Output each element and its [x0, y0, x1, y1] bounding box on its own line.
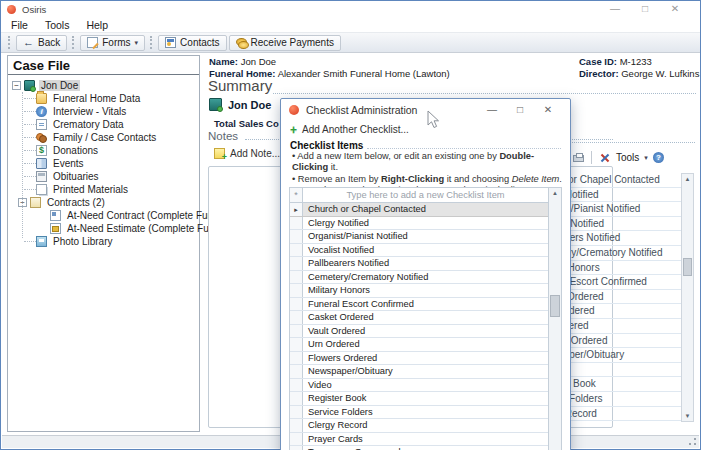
tools-button[interactable]: Tools [616, 152, 639, 163]
name-value: Jon Doe [241, 56, 276, 67]
add-another-checklist-button[interactable]: + Add Another Checklist... [290, 124, 409, 135]
tree-item-contracts-2[interactable]: −Contracts (2) [10, 196, 199, 209]
maximize-button[interactable]: □ [506, 104, 534, 115]
checklist-item-row[interactable]: Prayer Cards [290, 433, 548, 447]
add-note-button[interactable]: Add Note... [214, 148, 280, 159]
case-header-right: Case ID: M-1233 Director: George W. Lufk… [579, 56, 699, 80]
receive-payments-button[interactable]: Receive Payments [229, 35, 341, 51]
case-file-panel: Case File −Jon DoeFuneral Home DataiInte… [7, 55, 200, 432]
contacts-icon [165, 37, 176, 48]
checklist-item-label: Register Book [303, 393, 548, 403]
tree-item-funeral-home-data[interactable]: Funeral Home Data [10, 92, 199, 105]
new-item-input[interactable]: Type here to add a new Checklist Item [303, 190, 548, 200]
tree-item-label: Events [51, 158, 86, 169]
scroll-down-icon[interactable]: ▼ [682, 413, 693, 419]
back-button[interactable]: ← Back [16, 35, 67, 51]
checklist-item-row[interactable]: Cemetery/Crematory Notified [290, 271, 548, 285]
checklist-item-label: Vocalist Notified [303, 245, 548, 255]
checklist-item-label: Video [303, 380, 548, 390]
tree-item-photo-library[interactable]: Photo Library [10, 235, 199, 248]
menu-bar: FileToolsHelp [1, 17, 700, 32]
toolbar-grip[interactable] [8, 36, 11, 49]
checklist-item-row[interactable]: Service Folders [290, 406, 548, 420]
minimize-button[interactable]: — [600, 2, 630, 16]
checklist-item-row[interactable]: Temporary Grave marker [290, 446, 548, 450]
checklist-item-row[interactable]: Casket Ordered [290, 311, 548, 325]
tree-item-at-need-estimate-complete-funeral-service[interactable]: At-Need Estimate (Complete Funeral Servi… [10, 222, 199, 235]
menu-item-tools[interactable]: Tools [45, 19, 70, 31]
row-selector [290, 446, 303, 450]
case-file-header: Case File [8, 56, 199, 75]
app-icon [7, 5, 16, 14]
checklist-toolbar: Tools ▾ ? [573, 151, 664, 164]
new-item-row[interactable]: * Type here to add a new Checklist Item [290, 188, 548, 203]
menu-item-help[interactable]: Help [86, 19, 108, 31]
close-button[interactable]: ✕ [534, 104, 562, 115]
contract-icon [30, 197, 41, 208]
tree-item-crematory-data[interactable]: Crematory Data [10, 118, 199, 131]
tree-item-interview-vitals[interactable]: iInterview - Vitals [10, 105, 199, 118]
checklist-item-row[interactable]: Vocalist Notified [290, 244, 548, 258]
tree-item-family-case-contacts[interactable]: Family / Case Contacts [10, 131, 199, 144]
document-icon [50, 210, 61, 221]
forms-button[interactable]: Forms ▾ [80, 35, 145, 51]
scroll-up-icon[interactable]: ▲ [682, 176, 693, 182]
tree-item-label: Crematory Data [51, 119, 126, 130]
print-icon[interactable] [573, 155, 584, 162]
row-selector [290, 338, 303, 351]
chevron-down-icon[interactable]: ▾ [644, 154, 648, 162]
contacts-button[interactable]: Contacts [158, 35, 226, 51]
maximize-button[interactable]: □ [630, 2, 660, 16]
help-icon[interactable]: ? [653, 152, 664, 163]
dialog-items: ▸Church or Chapel ContactedClergy Notifi… [290, 203, 548, 450]
close-button[interactable]: ✕ [660, 2, 690, 16]
checklist-item-row[interactable]: Video [290, 379, 548, 393]
scrollbar-thumb[interactable] [683, 258, 692, 276]
tree-item-obituaries[interactable]: Obituaries [10, 170, 199, 183]
checklist-item-row[interactable]: Flowers Ordered [290, 352, 548, 366]
checklist-item-row[interactable]: Military Honors [290, 284, 548, 298]
dialog-app-icon [289, 105, 299, 115]
checklist-item-row[interactable]: Urn Ordered [290, 338, 548, 352]
summary-case-name: Jon Doe [228, 99, 271, 111]
tree-item-printed-materials[interactable]: Printed Materials [10, 183, 199, 196]
tree-item-events[interactable]: Events [10, 157, 199, 170]
checklist-item-row[interactable]: Register Book [290, 392, 548, 406]
notes-header: Notes [208, 130, 238, 142]
dialog-scrollbar[interactable]: ▲ [548, 188, 561, 450]
info-icon: i [36, 106, 47, 117]
tree-item-label: Contracts (2) [45, 197, 107, 208]
row-selector [290, 365, 303, 378]
checklist-item-label: Church or Chapel Contacted [303, 204, 548, 214]
checklist-item-row[interactable]: Funeral Escort Confirmed [290, 298, 548, 312]
row-selector [290, 298, 303, 311]
scroll-up-icon[interactable]: ▲ [549, 190, 561, 196]
tree-item-at-need-contract-complete-funeral-service[interactable]: At-Need Contract (Complete Funeral Servi… [10, 209, 199, 222]
checklist-item-row[interactable]: Pallbearers Notified [290, 257, 548, 271]
checklist-item-label: Clergy Notified [303, 218, 548, 228]
expander-icon[interactable]: − [12, 81, 21, 90]
tree-item-donations[interactable]: $Donations [10, 144, 199, 157]
checklist-item-row[interactable]: Clergy Record [290, 419, 548, 433]
row-selector [290, 419, 303, 432]
checklist-item-row[interactable]: ▸Church or Chapel Contacted [290, 203, 548, 217]
minimize-button[interactable]: — [478, 104, 506, 115]
checklist-item-label: Newspaper/Obituary [303, 366, 548, 376]
checklist-item-row[interactable]: Vault Ordered [290, 325, 548, 339]
checklist-scrollbar[interactable]: ▲ ▼ [681, 173, 694, 422]
menu-item-file[interactable]: File [11, 19, 28, 31]
checklist-item-label: Vault Ordered [303, 326, 548, 336]
row-selector [290, 244, 303, 257]
checklist-item-row[interactable]: Clergy Notified [290, 217, 548, 231]
tree-line [24, 111, 36, 112]
checklist-item-row[interactable]: Newspaper/Obituary [290, 365, 548, 379]
toolbar-grip[interactable] [72, 36, 75, 49]
case-id-value: M-1233 [620, 56, 652, 67]
resize-grip[interactable] [689, 438, 696, 445]
title-bar: Osiris —□✕ [1, 1, 700, 17]
add-another-checklist-label: Add Another Checklist... [302, 124, 409, 135]
toolbar-grip[interactable] [150, 36, 153, 49]
checklist-items-grid: * Type here to add a new Checklist Item … [289, 187, 562, 450]
scrollbar-thumb[interactable] [550, 295, 560, 317]
checklist-item-row[interactable]: Organist/Pianist Notified [290, 230, 548, 244]
